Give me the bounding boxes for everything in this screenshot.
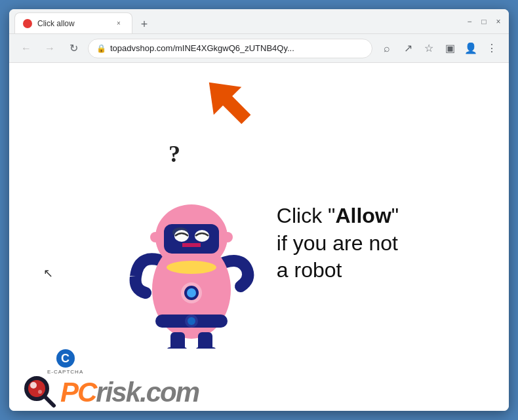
- svg-rect-21: [167, 347, 188, 349]
- close-button[interactable]: ×: [493, 16, 504, 27]
- tab-area: Click allow × +: [14, 9, 456, 33]
- svg-rect-4: [164, 224, 219, 254]
- message-line2: if you are not: [277, 231, 398, 255]
- svg-rect-22: [198, 332, 212, 349]
- tab-title: Click allow: [37, 19, 108, 28]
- lock-icon: 🔒: [96, 44, 106, 53]
- page-content: ?: [9, 63, 509, 411]
- minimize-button[interactable]: −: [464, 16, 475, 27]
- robot-svg: ?: [119, 139, 264, 349]
- forward-button[interactable]: →: [41, 39, 59, 58]
- toolbar-icons: ⌕ ↗ ☆ ▣ 👤 ⋮: [378, 39, 501, 58]
- svg-point-18: [187, 288, 196, 297]
- svg-rect-23: [195, 347, 216, 349]
- svg-point-15: [188, 317, 195, 325]
- tab-close-button[interactable]: ×: [113, 18, 124, 29]
- active-tab[interactable]: Click allow ×: [14, 12, 132, 33]
- svg-point-26: [30, 382, 37, 389]
- message-line1: Click "Allow": [277, 204, 399, 227]
- pcrisk-risk-text: risk: [96, 377, 140, 408]
- share-icon-button[interactable]: ↗: [399, 39, 417, 58]
- title-bar: Click allow × + − □ ×: [9, 9, 509, 34]
- svg-point-19: [167, 261, 216, 274]
- svg-line-28: [45, 396, 54, 406]
- captcha-message: Click "Allow" if you are not a robot: [277, 202, 399, 284]
- allow-bold: Allow: [335, 204, 391, 227]
- robot-illustration: ?: [119, 139, 264, 349]
- address-bar: ← → ↻ 🔒 topadvshop.com/mINE4XGkgwQ6_zUTN…: [9, 34, 509, 63]
- url-bar[interactable]: 🔒 topadvshop.com/mINE4XGkgwQ6_zUTNB4Qy..…: [88, 39, 372, 58]
- message-line3: a robot: [277, 258, 342, 282]
- svg-point-6: [174, 230, 189, 242]
- svg-point-25: [28, 380, 45, 397]
- bookmark-icon-button[interactable]: ☆: [420, 39, 438, 58]
- pcrisk-watermark: PC risk .com: [9, 358, 509, 411]
- new-tab-button[interactable]: +: [135, 15, 153, 33]
- back-button[interactable]: ←: [17, 39, 35, 58]
- mouse-cursor: ↖: [43, 266, 53, 280]
- pcrisk-dotcom-text: .com: [140, 377, 199, 408]
- split-view-icon-button[interactable]: ▣: [441, 39, 459, 58]
- orange-arrow-icon: [193, 76, 252, 135]
- svg-marker-0: [195, 76, 252, 133]
- search-icon-button[interactable]: ⌕: [378, 39, 396, 58]
- pcrisk-search-icon: [22, 374, 56, 408]
- maximize-button[interactable]: □: [479, 16, 489, 27]
- svg-point-7: [195, 230, 209, 242]
- svg-point-11: [150, 232, 161, 242]
- browser-window: Click allow × + − □ × ← → ↻ 🔒 topadvshop…: [9, 9, 509, 411]
- menu-icon-button[interactable]: ⋮: [483, 39, 501, 58]
- svg-rect-20: [170, 332, 185, 349]
- svg-rect-9: [182, 243, 188, 247]
- window-controls: − □ ×: [464, 16, 504, 27]
- profile-icon-button[interactable]: 👤: [462, 39, 480, 58]
- orange-arrow-container: [193, 76, 252, 138]
- pcrisk-pc-text: PC: [60, 377, 96, 408]
- svg-text:?: ?: [169, 141, 180, 167]
- reload-button[interactable]: ↻: [64, 39, 83, 58]
- main-content-row: ?: [119, 139, 399, 349]
- svg-point-12: [222, 232, 233, 242]
- svg-point-27: [38, 390, 42, 394]
- url-text: topadvshop.com/mINE4XGkgwQ6_zUTNB4Qy...: [110, 43, 364, 53]
- svg-rect-10: [195, 243, 201, 247]
- tab-favicon: [23, 19, 32, 28]
